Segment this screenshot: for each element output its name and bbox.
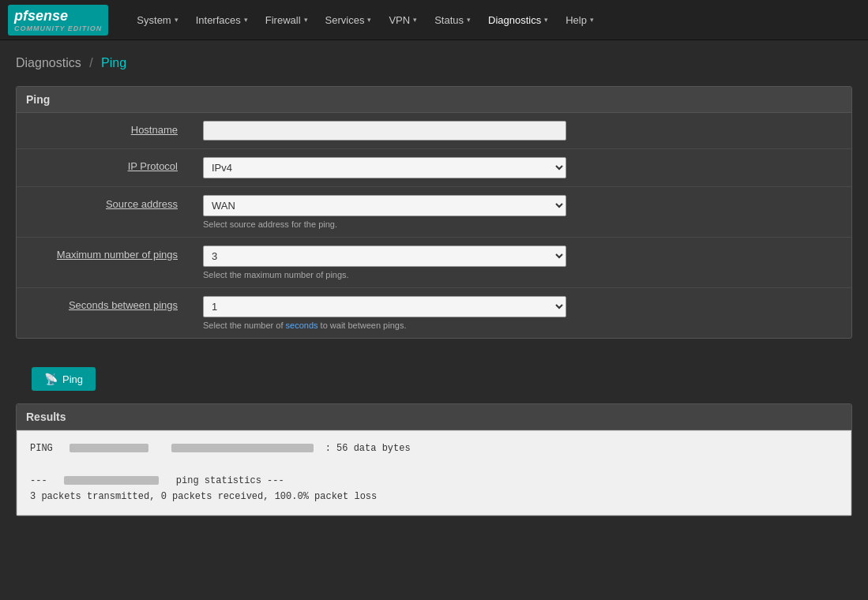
- seconds-between-row: Seconds between pings 1 2 3 4 5 Select t…: [17, 288, 851, 339]
- logo-sub: COMMUNITY EDITION: [14, 24, 102, 32]
- chevron-down-icon: ▾: [544, 16, 548, 24]
- hostname-label[interactable]: Hostname: [131, 124, 178, 136]
- max-pings-help: Select the maximum number of pings.: [203, 270, 839, 279]
- source-address-label[interactable]: Source address: [106, 198, 178, 210]
- nav-link-vpn[interactable]: VPN ▾: [381, 9, 425, 31]
- logo-text: pfsense: [14, 8, 68, 24]
- ping-button[interactable]: 📡 Ping: [32, 367, 96, 391]
- source-address-label-cell: Source address: [17, 187, 190, 238]
- logo: pfsense COMMUNITY EDITION: [8, 5, 108, 36]
- results-output: PING : 56 data bytes --- ping statistics…: [17, 430, 851, 516]
- chevron-down-icon: ▾: [590, 16, 594, 24]
- nav-link-help[interactable]: Help ▾: [558, 9, 602, 31]
- results-line-3: --- ping statistics ---: [30, 473, 838, 489]
- ping-panel: Ping Hostname IP Protocol IPv4: [16, 86, 852, 339]
- nav-item-status[interactable]: Status ▾: [426, 9, 479, 31]
- max-pings-select[interactable]: 1 2 3 4 5 6 7 8 9 10: [203, 246, 566, 267]
- source-address-control-cell: WAN LAN Loopback Select source address f…: [190, 187, 851, 238]
- chevron-down-icon: ▾: [304, 16, 308, 24]
- chevron-down-icon: ▾: [467, 16, 471, 24]
- ping-icon: 📡: [44, 373, 58, 385]
- seconds-between-help: Select the number of seconds to wait bet…: [203, 321, 839, 330]
- seconds-between-label-cell: Seconds between pings: [17, 288, 190, 339]
- breadcrumb-parent: Diagnostics: [16, 56, 81, 69]
- chevron-down-icon: ▾: [175, 16, 178, 24]
- nav-menu: System ▾ Interfaces ▾ Firewall ▾ Service…: [129, 9, 602, 31]
- breadcrumb-current: Ping: [101, 56, 126, 69]
- nav-link-status[interactable]: Status ▾: [426, 9, 479, 31]
- ip-protocol-control-cell: IPv4 IPv6: [190, 149, 851, 187]
- ping-form-table: Hostname IP Protocol IPv4 IPv6: [17, 113, 851, 338]
- nav-item-vpn[interactable]: VPN ▾: [381, 9, 425, 31]
- chevron-down-icon: ▾: [244, 16, 248, 24]
- redacted-hostname-3: [64, 476, 159, 485]
- seconds-help-highlight: seconds: [286, 321, 318, 330]
- nav-item-firewall[interactable]: Firewall ▾: [257, 9, 316, 31]
- nav-item-interfaces[interactable]: Interfaces ▾: [188, 9, 256, 31]
- nav-link-firewall[interactable]: Firewall ▾: [257, 9, 316, 31]
- source-address-select[interactable]: WAN LAN Loopback: [203, 195, 566, 216]
- seconds-help-suffix: to wait between pings.: [318, 321, 407, 330]
- hostname-row: Hostname: [17, 113, 851, 149]
- nav-link-diagnostics[interactable]: Diagnostics ▾: [480, 9, 556, 31]
- seconds-between-label[interactable]: Seconds between pings: [69, 299, 178, 311]
- breadcrumb-separator: /: [89, 56, 92, 69]
- button-row: 📡 Ping: [16, 354, 852, 403]
- chevron-down-icon: ▾: [413, 16, 417, 24]
- nav-link-system[interactable]: System ▾: [129, 9, 186, 31]
- nav-item-diagnostics[interactable]: Diagnostics ▾: [480, 9, 556, 31]
- hostname-control-cell: [190, 113, 851, 149]
- results-line-2: [30, 456, 838, 472]
- brand: pfsense COMMUNITY EDITION: [8, 5, 113, 36]
- breadcrumb: Diagnostics / Ping: [16, 56, 852, 70]
- results-line-4: 3 packets transmitted, 0 packets receive…: [30, 489, 838, 504]
- seconds-help-prefix: Select the number of: [203, 321, 286, 330]
- source-address-help: Select source address for the ping.: [203, 219, 839, 229]
- nav-link-services[interactable]: Services ▾: [318, 9, 380, 31]
- redacted-hostname-2: [171, 444, 314, 452]
- nav-item-system[interactable]: System ▾: [129, 9, 186, 31]
- ping-panel-title: Ping: [17, 87, 851, 113]
- nav-item-help[interactable]: Help ▾: [558, 9, 602, 31]
- seconds-between-control-cell: 1 2 3 4 5 Select the number of seconds t…: [190, 288, 851, 339]
- seconds-between-select[interactable]: 1 2 3 4 5: [203, 296, 566, 317]
- hostname-input[interactable]: [203, 121, 566, 141]
- chevron-down-icon: ▾: [367, 16, 371, 24]
- navbar: pfsense COMMUNITY EDITION System ▾ Inter…: [0, 0, 868, 40]
- max-pings-row: Maximum number of pings 1 2 3 4 5 6 7 8 …: [17, 238, 851, 288]
- source-address-row: Source address WAN LAN Loopback Select s…: [17, 187, 851, 238]
- results-line-1: PING : 56 data bytes: [30, 441, 838, 456]
- hostname-label-cell: Hostname: [17, 113, 190, 149]
- results-panel-title: Results: [17, 404, 851, 430]
- ip-protocol-label[interactable]: IP Protocol: [128, 160, 178, 172]
- ip-protocol-label-cell: IP Protocol: [17, 149, 190, 187]
- nav-link-interfaces[interactable]: Interfaces ▾: [188, 9, 256, 31]
- results-panel: Results PING : 56 data bytes --- ping st…: [16, 403, 852, 516]
- content-wrapper: Diagnostics / Ping Ping Hostname IP Prot…: [0, 40, 868, 600]
- ip-protocol-row: IP Protocol IPv4 IPv6: [17, 149, 851, 187]
- ip-protocol-select[interactable]: IPv4 IPv6: [203, 157, 566, 178]
- ping-button-label: Ping: [62, 373, 83, 385]
- max-pings-label[interactable]: Maximum number of pings: [57, 249, 178, 261]
- max-pings-label-cell: Maximum number of pings: [17, 238, 190, 288]
- max-pings-control-cell: 1 2 3 4 5 6 7 8 9 10 Select the maximum …: [190, 238, 851, 288]
- redacted-hostname-1: [70, 444, 148, 452]
- nav-item-services[interactable]: Services ▾: [318, 9, 380, 31]
